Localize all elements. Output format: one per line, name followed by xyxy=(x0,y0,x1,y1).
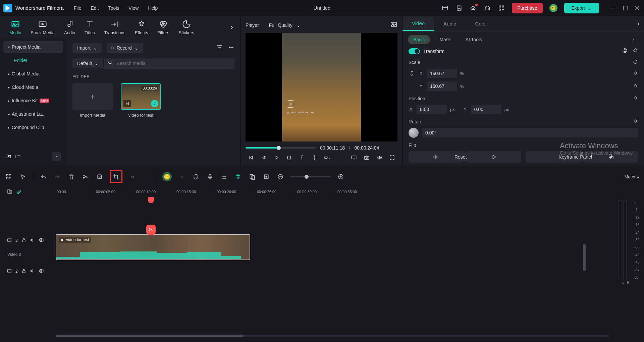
tab-effects[interactable]: Effects xyxy=(130,17,153,37)
layout-icon[interactable] xyxy=(441,4,449,12)
user-avatar[interactable]: 🙂 xyxy=(549,4,557,12)
track-collapse-icon[interactable] xyxy=(7,237,12,244)
cursor-icon[interactable] xyxy=(19,173,27,181)
grid-icon[interactable] xyxy=(5,173,13,181)
split-button[interactable] xyxy=(82,173,90,181)
dup-button[interactable] xyxy=(248,173,256,181)
tab-stock-media[interactable]: Stock Media xyxy=(26,17,59,37)
prev-frame-button[interactable] xyxy=(248,154,254,161)
more-tools-button[interactable]: » xyxy=(128,173,137,181)
link-icon[interactable] xyxy=(409,71,415,76)
rotate-knob[interactable] xyxy=(409,128,419,138)
import-media-tile[interactable]: + xyxy=(72,83,113,110)
menu-file[interactable]: File xyxy=(74,5,82,11)
avatar-tool-button[interactable]: 🙂 xyxy=(162,172,172,181)
search-input[interactable] xyxy=(116,61,230,66)
props-tab-more[interactable]: › xyxy=(633,21,644,27)
transform-toggle[interactable] xyxy=(409,48,420,54)
track-link-icon[interactable] xyxy=(16,189,22,196)
pos-x-input[interactable] xyxy=(417,105,447,114)
props-tab-color[interactable]: Color xyxy=(466,17,496,31)
keyframe-icon[interactable] xyxy=(633,48,638,55)
zoom-in-button[interactable] xyxy=(337,173,345,181)
pos-y-input[interactable] xyxy=(471,105,501,114)
ai-tool-button[interactable] xyxy=(96,173,104,181)
undo-button[interactable] xyxy=(39,173,47,181)
sidebar-compound-clip[interactable]: ▸Compound Clip xyxy=(3,121,63,133)
subtab-mask[interactable]: Mask xyxy=(434,35,456,44)
sort-dropdown[interactable]: Default⌄ xyxy=(72,58,104,68)
folder-icon[interactable] xyxy=(15,153,21,160)
video-preview[interactable]: ◎ @UMAIRWADOOD xyxy=(246,33,397,141)
fullscreen-button[interactable] xyxy=(389,154,395,161)
tabs-more-button[interactable]: › xyxy=(228,20,236,35)
crop-button[interactable] xyxy=(112,173,120,181)
progress-thumb[interactable] xyxy=(277,146,281,150)
search-box[interactable] xyxy=(104,58,234,69)
scale-x-input[interactable] xyxy=(427,69,457,78)
track-visible-icon[interactable] xyxy=(39,237,44,244)
track-add-icon[interactable] xyxy=(7,189,13,196)
track-lock-icon[interactable] xyxy=(21,268,26,275)
export-button[interactable]: Export⌄ xyxy=(564,3,599,13)
subtab-more[interactable]: › xyxy=(628,37,639,43)
collapse-sidebar-button[interactable]: ‹ xyxy=(52,152,61,161)
more-icon[interactable] xyxy=(228,44,234,52)
sidebar-cloud-media[interactable]: ▸Cloud Media xyxy=(3,81,63,93)
purchase-button[interactable]: Purchase xyxy=(512,3,542,13)
sidebar-global-media[interactable]: ▸Global Media xyxy=(3,68,63,80)
save-icon[interactable] xyxy=(455,4,463,12)
track-mute-icon[interactable] xyxy=(30,268,35,275)
media-clip-tile[interactable]: 00:00:24 🎞 ✓ xyxy=(121,83,161,110)
sparkle-button[interactable] xyxy=(178,173,186,181)
tab-filters[interactable]: Filters xyxy=(153,17,174,37)
import-dropdown[interactable]: Import⌄ xyxy=(72,43,102,53)
timeline-clip[interactable]: ▶video for test xyxy=(56,234,250,260)
subtab-basic[interactable]: Basic xyxy=(408,35,430,44)
keyframe-panel-button[interactable]: Keyframe Panel xyxy=(550,152,601,162)
reset-icon[interactable] xyxy=(633,59,638,65)
sidebar-project-media[interactable]: ▾Project Media xyxy=(3,41,63,53)
meter-toggle[interactable]: Meter▴ xyxy=(625,174,639,179)
props-tab-video[interactable]: Video xyxy=(402,16,434,31)
marker-button[interactable] xyxy=(192,173,200,181)
mark-in-button[interactable]: { xyxy=(299,154,305,161)
tab-media[interactable]: Media xyxy=(5,17,26,37)
keyframe-icon[interactable] xyxy=(633,96,638,101)
reset-icon[interactable] xyxy=(622,48,628,55)
magnet-button[interactable] xyxy=(234,173,242,181)
tab-stickers[interactable]: Stickers xyxy=(174,17,199,37)
sidebar-influence-kit[interactable]: ▸Influence KitNEW xyxy=(3,95,63,107)
timeline-vscroll[interactable] xyxy=(583,244,586,271)
close-button[interactable] xyxy=(634,5,641,11)
redo-button[interactable] xyxy=(53,173,61,181)
keyframe-icon[interactable] xyxy=(633,71,638,76)
track-lock-icon[interactable] xyxy=(21,237,26,244)
tab-titles[interactable]: Titles xyxy=(80,17,100,37)
play-button[interactable] xyxy=(273,154,280,161)
zoom-out-button[interactable] xyxy=(276,173,284,181)
menu-help[interactable]: Help xyxy=(148,5,158,11)
track-visible-icon[interactable] xyxy=(39,268,44,275)
menu-view[interactable]: View xyxy=(128,5,139,11)
rotate-input[interactable] xyxy=(422,128,638,137)
sidebar-folder[interactable]: Folder xyxy=(3,54,63,66)
keyframe-icon[interactable] xyxy=(633,119,638,124)
filter-icon[interactable] xyxy=(216,44,223,52)
scale-y-input[interactable] xyxy=(427,81,457,91)
expand-button[interactable] xyxy=(262,173,270,181)
mark-out-button[interactable]: } xyxy=(311,154,318,161)
display-button[interactable] xyxy=(351,154,357,161)
minimize-button[interactable] xyxy=(610,5,616,11)
cloud-icon[interactable] xyxy=(470,4,477,12)
headset-icon[interactable] xyxy=(484,4,491,12)
timeline-hscroll[interactable] xyxy=(56,335,609,337)
track-mute-icon[interactable] xyxy=(30,237,35,244)
playhead-scissors[interactable] xyxy=(146,225,156,235)
apps-icon[interactable] xyxy=(498,4,505,12)
menu-tools[interactable]: Tools xyxy=(108,5,119,11)
reset-button[interactable]: Reset xyxy=(446,152,476,162)
list-button[interactable] xyxy=(220,173,228,181)
zoom-slider[interactable] xyxy=(290,176,331,177)
ratio-button[interactable]: ⌄ xyxy=(324,154,331,161)
